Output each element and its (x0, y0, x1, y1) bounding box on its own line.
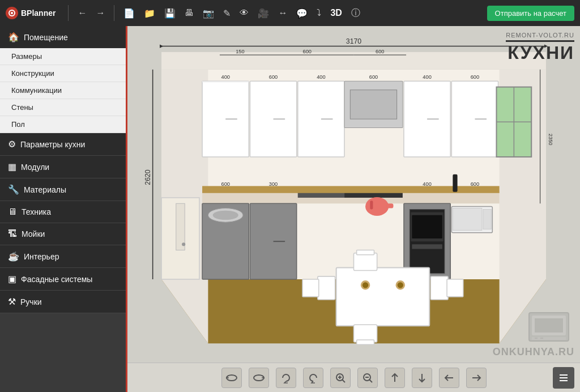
svg-rect-53 (483, 210, 491, 229)
main-layout: 🏠 Помещение Размеры Конструкции Коммуник… (0, 26, 580, 392)
svg-line-98 (369, 380, 372, 382)
svg-rect-74 (302, 279, 319, 297)
handle-icon: ⚒ (8, 296, 16, 307)
interior-icon: ☕ (8, 251, 19, 262)
svg-text:2620: 2620 (144, 169, 152, 185)
watermark-divider (506, 40, 574, 42)
svg-point-1 (11, 12, 13, 14)
sidebar-item-tehnika-label: Техника (22, 207, 51, 216)
pencil-button[interactable]: ✎ (221, 7, 233, 20)
list-view-button[interactable] (553, 367, 574, 389)
sidebar-item-fasadnye[interactable]: ▣ Фасадные системы (0, 268, 126, 291)
logo: BPlanner (6, 7, 56, 19)
orbit-left-button[interactable] (221, 368, 242, 388)
svg-text:400: 400 (317, 74, 325, 80)
arrow-button[interactable]: ↔ (276, 7, 289, 19)
divider-2 (114, 5, 114, 21)
fullscreen-button[interactable]: ⤵ (314, 7, 323, 19)
svg-text:600: 600 (269, 74, 278, 80)
svg-text:600: 600 (369, 74, 378, 80)
sidebar-sub-razmery[interactable]: Размеры (0, 48, 126, 65)
sidebar-sub-steny[interactable]: Стены (0, 99, 126, 116)
watermark-top: REMONT-VOLOT.RU КУХНИ (506, 32, 574, 62)
watermark-text: ONKUHNYA.RU (493, 346, 574, 358)
rotate-ccw-button[interactable] (303, 368, 323, 388)
svg-point-57 (182, 242, 185, 246)
label-3d: 3D (330, 8, 342, 18)
svg-rect-70 (357, 250, 374, 255)
orbit-right-button[interactable] (249, 368, 269, 388)
sidebar-item-mojki-label: Мойки (22, 229, 45, 238)
tech-icon: 🖥 (8, 207, 17, 217)
sidebar: 🏠 Помещение Размеры Конструкции Коммуник… (0, 26, 127, 392)
svg-text:300: 300 (269, 181, 278, 187)
bottom-toolbar (127, 363, 580, 392)
send-button[interactable]: Отправить на расчет (487, 6, 574, 21)
svg-text:150: 150 (236, 49, 244, 54)
svg-rect-26 (404, 81, 450, 157)
sidebar-section-pomeshenie-label: Помещение (24, 33, 68, 42)
sidebar-section-pomeshenie[interactable]: 🏠 Помещение (0, 26, 126, 48)
sidebar-item-moduli-label: Модули (21, 163, 49, 172)
svg-text:600: 600 (471, 74, 479, 80)
pan-up-button[interactable] (385, 368, 405, 388)
sidebar-item-materialy-label: Материалы (24, 185, 66, 194)
svg-rect-73 (318, 276, 335, 300)
watermark-url: REMONT-VOLOT.RU (506, 32, 574, 39)
new-file-button[interactable]: 📄 (121, 7, 137, 20)
sidebar-item-parametry-label: Параметры кухни (20, 140, 85, 149)
watermark-bottom: ONKUHNYA.RU (493, 310, 574, 358)
open-file-button[interactable]: 📁 (142, 7, 157, 20)
back-button[interactable]: ← (75, 7, 89, 19)
modules-icon: ▦ (8, 161, 16, 172)
svg-rect-41 (386, 203, 393, 208)
forward-button[interactable]: → (93, 7, 107, 19)
chat-button[interactable]: 💬 (294, 7, 310, 20)
svg-text:400: 400 (423, 74, 431, 80)
svg-text:400: 400 (423, 181, 431, 187)
pan-down-button[interactable] (412, 368, 432, 388)
svg-rect-68 (336, 267, 430, 326)
svg-text:600: 600 (376, 49, 384, 54)
zoom-out-button[interactable] (357, 368, 378, 388)
sidebar-item-interer[interactable]: ☕ Интерьер (0, 245, 126, 268)
svg-rect-52 (453, 208, 481, 231)
sidebar-item-moduli[interactable]: ▦ Модули (0, 156, 126, 178)
svg-text:3170: 3170 (346, 37, 362, 45)
sidebar-item-ruchki[interactable]: ⚒ Ручки (0, 291, 126, 313)
sidebar-item-mojki[interactable]: 🏗 Мойки (0, 223, 126, 245)
home-icon: 🏠 (8, 32, 19, 42)
facade-icon: ▣ (8, 274, 16, 284)
image-button[interactable]: 📷 (201, 7, 216, 20)
pan-left-button[interactable] (439, 368, 459, 388)
svg-line-95 (342, 380, 345, 382)
sidebar-item-interer-label: Интерьер (24, 252, 59, 261)
logo-text: BPlanner (21, 8, 56, 18)
materials-icon: 🔧 (8, 184, 19, 195)
svg-point-33 (213, 211, 238, 220)
topbar: BPlanner ← → 📄 📁 💾 🖶 📷 ✎ 👁 🎥 ↔ 💬 ⤵ 3D ⓘ … (0, 0, 580, 26)
svg-rect-25 (350, 90, 396, 119)
pan-right-button[interactable] (466, 368, 487, 388)
sidebar-item-parametry[interactable]: ⚙ Параметры кухни (0, 133, 126, 156)
svg-text:2350: 2350 (548, 134, 553, 146)
camera-button[interactable]: 🎥 (255, 7, 271, 20)
svg-text:600: 600 (221, 181, 229, 187)
eye-button[interactable]: 👁 (237, 7, 251, 19)
svg-rect-72 (357, 340, 374, 344)
sidebar-item-materialy[interactable]: 🔧 Материалы (0, 178, 126, 201)
content-area: REMONT-VOLOT.RU КУХНИ 3170 (127, 26, 580, 392)
rotate-cw-button[interactable] (276, 368, 296, 388)
print-button[interactable]: 🖶 (182, 7, 196, 19)
save-button[interactable]: 💾 (162, 7, 178, 20)
svg-rect-47 (412, 244, 442, 249)
svg-rect-18 (202, 81, 249, 82)
help-button[interactable]: ⓘ (349, 6, 362, 20)
sidebar-item-tehnika[interactable]: 🖥 Техника (0, 201, 126, 223)
sidebar-sub-kommunikatsii[interactable]: Коммуникации (0, 82, 126, 99)
sidebar-sub-pol[interactable]: Пол (0, 116, 126, 133)
zoom-in-button[interactable] (330, 368, 351, 388)
sink-icon: 🏗 (8, 229, 17, 239)
svg-point-78 (362, 282, 368, 288)
sidebar-sub-konstruktsii[interactable]: Конструкции (0, 65, 126, 82)
